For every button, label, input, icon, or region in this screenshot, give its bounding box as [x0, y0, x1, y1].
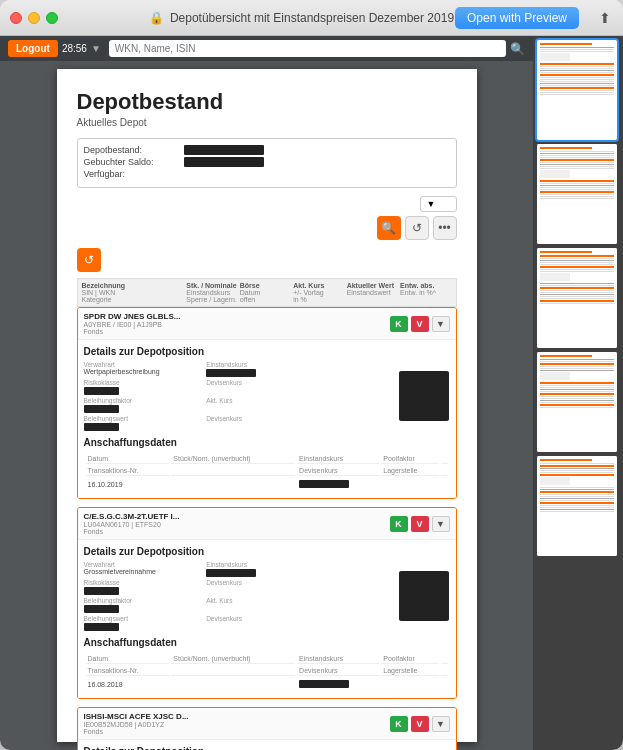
details-title-1: Details zur Depotposition: [84, 346, 450, 357]
anschaffung-th-devisen-1: Devisenkurs: [297, 466, 379, 476]
anschaffung-date-2: 16.08.2018: [86, 678, 170, 690]
dropdown-arrow-icon[interactable]: ▼: [91, 43, 101, 54]
depot-subtitle: Aktuelles Depot: [77, 117, 457, 128]
detail-aktkurs-1: Akt. Kurs: [206, 397, 327, 413]
th-aktueller-wert: Aktueller WertEinstandswert: [347, 282, 398, 303]
thumbnail-3[interactable]: [537, 248, 617, 348]
position-card-2: C/E.S.G.C.3M-2T.UETF I... LU04AN06170 | …: [77, 507, 457, 699]
more-action-button[interactable]: •••: [433, 216, 457, 240]
gebuchter-saldo-value: [184, 157, 264, 167]
pos-btn-k-1[interactable]: K: [390, 316, 408, 332]
refresh-action-button[interactable]: ↺: [405, 216, 429, 240]
pos-btn-v-3[interactable]: V: [411, 716, 429, 732]
thumbnail-5[interactable]: [537, 456, 617, 556]
detail-einstandskurs-2: Einstandskurs: [206, 561, 327, 577]
position-card-1: SPDR DW JNES GLBLS... A0YBRE / IE00 | A1…: [77, 307, 457, 499]
positions-table-header: BezeichnungSIN | WKNKategorie Stk. / Nom…: [77, 278, 457, 307]
pos-btn-expand-3[interactable]: ▼: [432, 716, 450, 732]
position-card-3: ISHSI-MSCI ACFE XJSC D... IE00B52MJD58 |…: [77, 707, 457, 750]
detail-einstandskurs-1: Einstandskurs: [206, 361, 327, 377]
position-category-2: Fonds: [84, 528, 390, 535]
standalone-refresh-row: ↺: [77, 248, 457, 272]
depot-select[interactable]: ▼: [420, 196, 457, 212]
details-title-3: Details zur Depotposition: [84, 746, 450, 750]
position-category-1: Fonds: [84, 328, 390, 335]
minimize-button[interactable]: [28, 12, 40, 24]
verfugbar-row: Verfügbar:: [84, 169, 450, 179]
gebuchter-saldo-row: Gebuchter Saldo:: [84, 157, 450, 167]
thumbnail-4[interactable]: [537, 352, 617, 452]
anschaffung-th-datum-1: Datum: [86, 454, 170, 464]
details-grid-1: Verwahrart Wertpapierbeschreibung Einsta…: [84, 361, 450, 431]
detail-devisenkurs2-2: Devisenkurs: [206, 615, 327, 631]
thumbnail-1[interactable]: [537, 40, 617, 140]
pos-btn-expand-2[interactable]: ▼: [432, 516, 450, 532]
window-title-area: 🔒 Depotübersicht mit Einstandspreisen De…: [149, 11, 474, 25]
detail-beleihungsfaktor-1: Beleihungsfaktor: [84, 397, 205, 413]
window-title: Depotübersicht mit Einstandspreisen Deze…: [170, 11, 474, 25]
detail-devisenkurs-2: Devisenkurs: [206, 579, 327, 595]
anschaffung-table-1: Datum Stück/Nom. (unverbucht) Einstandsk…: [84, 452, 450, 492]
position-name-3: ISHSI-MSCI ACFE XJSC D...: [84, 712, 390, 721]
detail-beleihungswert-2: Beleihungswert: [84, 615, 205, 631]
depot-info-section: Depotbestand: Gebuchter Saldo: Verfügbar…: [77, 138, 457, 188]
search-action-button[interactable]: 🔍: [377, 216, 401, 240]
action-row: 🔍 ↺ •••: [77, 216, 457, 240]
details-section-1: Details zur Depotposition Verwahrart Wer…: [78, 340, 456, 498]
position-info-3: ISHSI-MSCI ACFE XJSC D... IE00B52MJD58 |…: [84, 712, 390, 735]
detail-verwahrart-2: Verwahrart Grossmietvereinnahme: [84, 561, 205, 577]
position-info-1: SPDR DW JNES GLBLS... A0YBRE / IE00 | A1…: [84, 312, 390, 335]
pos-btn-expand-1[interactable]: ▼: [432, 316, 450, 332]
detail-aktkurs-2: Akt. Kurs: [206, 597, 327, 613]
anschaffung-th-lager-1: Lagerstelle: [381, 466, 439, 476]
verfugbar-label: Verfügbar:: [84, 169, 184, 179]
position-header-3: ISHSI-MSCI ACFE XJSC D... IE00B52MJD58 |…: [78, 708, 456, 740]
th-aktkurs: Akt. Kurs+/- Vortagin %: [293, 282, 344, 303]
details-title-2: Details zur Depotposition: [84, 546, 450, 557]
anschaffung-row-2: 16.08.2018: [86, 678, 448, 690]
traffic-lights: [10, 12, 58, 24]
open-preview-button[interactable]: Open with Preview: [455, 7, 579, 29]
close-button[interactable]: [10, 12, 22, 24]
app-window: 🔒 Depotübersicht mit Einstandspreisen De…: [0, 0, 623, 750]
lock-icon: 🔒: [149, 11, 164, 25]
title-bar: 🔒 Depotübersicht mit Einstandspreisen De…: [0, 0, 623, 36]
th-entw: Entw. abs.Entw. in %^: [400, 282, 451, 303]
pos-btn-v-1[interactable]: V: [411, 316, 429, 332]
depot-bestand-value: [184, 145, 264, 155]
anschaffung-th-stueck-1: Stück/Nom. (unverbucht): [171, 454, 295, 464]
detail-risikoklasse-2: Risikoklasse: [84, 579, 205, 595]
pos-btn-k-2[interactable]: K: [390, 516, 408, 532]
position-category-3: Fonds: [84, 728, 390, 735]
standalone-refresh-button[interactable]: ↺: [77, 248, 101, 272]
anschaffung-title-1: Anschaffungsdaten: [84, 437, 450, 448]
anschaffung-date-1: 16.10.2019: [86, 478, 170, 490]
dropdown-row: ▼: [77, 196, 457, 212]
search-icon[interactable]: 🔍: [510, 42, 525, 56]
pdf-toolbar: Logout 28:56 ▼ 🔍: [0, 36, 533, 61]
detail-verwahrart-1: Verwahrart Wertpapierbeschreibung: [84, 361, 205, 377]
detail-beleihungsfaktor-2: Beleihungsfaktor: [84, 597, 205, 613]
pdf-viewer[interactable]: Logout 28:56 ▼ 🔍 Depotbestand Aktuelles …: [0, 36, 533, 750]
gebuchter-saldo-label: Gebuchter Saldo:: [84, 157, 184, 167]
share-button[interactable]: ⬆: [599, 10, 611, 26]
anschaffung-th-einstand-1: Einstandskurs: [297, 454, 379, 464]
position-name-2: C/E.S.G.C.3M-2T.UETF I...: [84, 512, 390, 521]
maximize-button[interactable]: [46, 12, 58, 24]
anschaffung-title-2: Anschaffungsdaten: [84, 637, 450, 648]
content-area: Logout 28:56 ▼ 🔍 Depotbestand Aktuelles …: [0, 36, 623, 750]
position-header-2: C/E.S.G.C.3M-2T.UETF I... LU04AN06170 | …: [78, 508, 456, 540]
details-section-3: Details zur Depotposition Verwahrart Wer…: [78, 740, 456, 750]
depot-bestand-label: Depotbestand:: [84, 145, 184, 155]
position-actions-3: K V ▼: [390, 716, 450, 732]
detail-devisenkurs-1: Devisenkurs: [206, 379, 327, 395]
pos-btn-v-2[interactable]: V: [411, 516, 429, 532]
pdf-page: Depotbestand Aktuelles Depot Depotbestan…: [57, 69, 477, 742]
search-input[interactable]: [109, 40, 506, 57]
pos-btn-k-3[interactable]: K: [390, 716, 408, 732]
logout-button[interactable]: Logout: [8, 40, 58, 57]
th-bezeichnung: BezeichnungSIN | WKNKategorie: [82, 282, 185, 303]
thumbnail-2[interactable]: [537, 144, 617, 244]
th-boerse: BörseDatumoffen: [240, 282, 291, 303]
position-name-1: SPDR DW JNES GLBLS...: [84, 312, 390, 321]
